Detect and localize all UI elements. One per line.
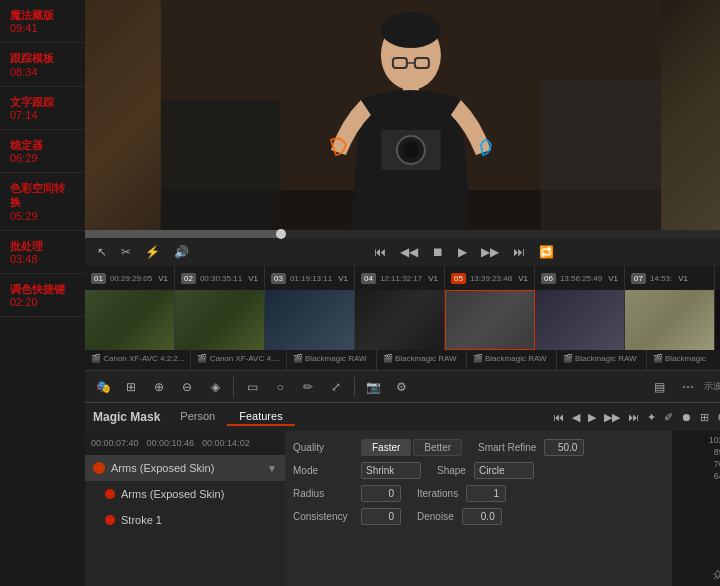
mask-timeline-row: 00:00:07:40 00:00:10:46 00:00:14:02	[85, 431, 285, 455]
pen-tool[interactable]: ✏	[296, 375, 320, 399]
mask-item-arms[interactable]: Arms (Exposed Skin)	[85, 481, 285, 507]
circle-tool[interactable]: ○	[268, 375, 292, 399]
clip-header-3[interactable]: 0412:11:32:17V1	[355, 266, 445, 290]
clip-label-6: 🎬 Blackmagic	[647, 350, 720, 370]
mask-copy-btn[interactable]: ⊞	[698, 409, 711, 426]
clip-thumb-3[interactable]	[355, 290, 445, 350]
shape-label: Shape	[437, 465, 466, 476]
mode-select[interactable]: Shrink	[361, 462, 421, 479]
watermark-bottom: 众观	[713, 568, 720, 582]
mask-back-btn[interactable]: ◀	[570, 409, 582, 426]
time-2: 00:00:10:46	[147, 438, 195, 448]
iterations-input[interactable]	[466, 485, 506, 502]
camera-tool[interactable]: 📷	[361, 375, 385, 399]
side-num-1: 1023	[676, 435, 720, 445]
shape-select[interactable]: Circle	[474, 462, 534, 479]
mask-record-btn[interactable]: ⏺	[679, 409, 694, 425]
stop-btn[interactable]: ⏹	[428, 243, 448, 261]
denoise-label: Denoise	[417, 511, 454, 522]
consistency-label: Consistency	[293, 511, 353, 522]
sidebar-item-1[interactable]: 跟踪模板08:34	[0, 43, 85, 86]
clip-header-6[interactable]: 0714:53:V1	[625, 266, 715, 290]
sidebar-item-4[interactable]: 色彩空间转换05:29	[0, 173, 85, 231]
mask-fwd-btn[interactable]: ▶▶	[602, 409, 622, 426]
radius-input[interactable]	[361, 485, 401, 502]
razor-btn[interactable]: ⚡	[141, 243, 164, 261]
skip-end-btn[interactable]: ⏭	[509, 243, 529, 261]
sidebar-item-0[interactable]: 魔法藏版09:41	[0, 0, 85, 43]
mask-next-btn[interactable]: ⏭	[626, 409, 641, 425]
quality-btn-group: Faster Better	[361, 439, 462, 456]
clip-labels-row: 🎬 Canon XF-AVC 4:2:2...🎬 Canon XF-AVC 4:…	[85, 350, 720, 370]
clip-header-4[interactable]: 0513:39:23:48V1	[445, 266, 535, 290]
smart-refine-input[interactable]	[544, 439, 584, 456]
feather-tool[interactable]: ◈	[203, 375, 227, 399]
transport-controls: ↖ ✂ ⚡ 🔊 ⏮ ◀◀ ⏹ ▶ ▶▶ ⏭ 🔁	[85, 238, 720, 266]
mask-prev-btn[interactable]: ⏮	[551, 409, 566, 425]
sidebar-item-3[interactable]: 稳定器06:29	[0, 130, 85, 173]
prev-frame-btn[interactable]: ◀◀	[396, 243, 422, 261]
magic-mask-header: Magic Mask Person Features ⏮ ◀ ▶ ▶▶ ⏭ ✦ …	[85, 403, 720, 431]
denoise-input[interactable]	[462, 508, 502, 525]
stroke-name: Stroke 1	[121, 514, 162, 526]
svg-point-13	[403, 142, 419, 158]
progress-bar[interactable]	[85, 230, 720, 238]
mask-list-panel: 00:00:07:40 00:00:10:46 00:00:14:02 Arms…	[85, 431, 285, 586]
faster-btn[interactable]: Faster	[361, 439, 411, 456]
sidebar-item-6[interactable]: 调色快捷键02:20	[0, 274, 85, 317]
consistency-input[interactable]	[361, 508, 401, 525]
mode-label: Mode	[293, 465, 353, 476]
add-node-tool[interactable]: ⊕	[147, 375, 171, 399]
arms-header-name: Arms (Exposed Skin)	[111, 462, 214, 474]
skip-start-btn[interactable]: ⏮	[370, 243, 390, 261]
mask-gear-btn[interactable]: ⚙	[715, 409, 720, 426]
time-3: 00:00:14:02	[202, 438, 250, 448]
clip-thumb-2[interactable]	[265, 290, 355, 350]
sidebar-item-2[interactable]: 文字跟踪07:14	[0, 87, 85, 130]
loop-btn[interactable]: 🔁	[535, 243, 558, 261]
next-frame-btn[interactable]: ▶▶	[477, 243, 503, 261]
mask-controls: ⏮ ◀ ▶ ▶▶ ⏭ ✦ ✐ ⏺ ⊞ ⚙	[551, 409, 720, 426]
mask-play-btn[interactable]: ▶	[586, 409, 598, 426]
tab-person[interactable]: Person	[168, 408, 227, 426]
progress-handle[interactable]	[276, 229, 286, 239]
play-btn[interactable]: ▶	[454, 243, 471, 261]
warp-tool[interactable]: ⤢	[324, 375, 348, 399]
clip-header-1[interactable]: 0200:30:35:11V1	[175, 266, 265, 290]
sidebar: 魔法藏版09:41跟踪模板08:34文字跟踪07:14稳定器06:29色彩空间转…	[0, 0, 85, 586]
better-btn[interactable]: Better	[413, 439, 462, 456]
tab-features[interactable]: Features	[227, 408, 294, 426]
subtract-tool[interactable]: ⊖	[175, 375, 199, 399]
panel-tool[interactable]: ▤	[648, 375, 672, 399]
clip-label-3: 🎬 Blackmagic RAW	[377, 350, 467, 370]
side-num-4: 640	[676, 471, 720, 481]
tracker-tool[interactable]: ⊞	[119, 375, 143, 399]
iterations-label: Iterations	[417, 488, 458, 499]
clip-header-0[interactable]: 0100:29:29:05V1	[85, 266, 175, 290]
arms-dropdown-arrow[interactable]: ▼	[267, 463, 277, 474]
magic-mask-tool[interactable]: 🎭	[91, 375, 115, 399]
main-content: ↖ ✂ ⚡ 🔊 ⏮ ◀◀ ⏹ ▶ ▶▶ ⏭ 🔁 0100:29:29:05V10…	[85, 0, 720, 586]
clip-thumb-5[interactable]	[535, 290, 625, 350]
rectangle-tool[interactable]: ▭	[240, 375, 264, 399]
mask-item-stroke[interactable]: Stroke 1	[85, 507, 285, 533]
clip-thumb-1[interactable]	[175, 290, 265, 350]
mode-row: Mode Shrink Shape Circle	[293, 462, 664, 479]
volume-btn[interactable]: 🔊	[170, 243, 193, 261]
svg-rect-4	[541, 80, 661, 230]
svg-rect-3	[161, 100, 281, 230]
sidebar-item-5[interactable]: 批处理03:48	[0, 231, 85, 274]
clip-header-2[interactable]: 0301:19:13:11V1	[265, 266, 355, 290]
more-tool[interactable]: ⋯	[676, 375, 700, 399]
settings-tool[interactable]: ⚙	[389, 375, 413, 399]
clip-thumb-6[interactable]	[625, 290, 715, 350]
cursor-tool-btn[interactable]: ↖	[93, 243, 111, 261]
mask-wand-btn[interactable]: ✦	[645, 409, 658, 426]
mask-pen-btn[interactable]: ✐	[662, 409, 675, 426]
separator-1	[233, 377, 234, 397]
mask-item-arms-header[interactable]: Arms (Exposed Skin) ▼	[85, 455, 285, 481]
clip-thumb-0[interactable]	[85, 290, 175, 350]
clip-header-5[interactable]: 0613:56:25:49V1	[535, 266, 625, 290]
trim-btn[interactable]: ✂	[117, 243, 135, 261]
clip-thumb-4[interactable]	[445, 290, 535, 350]
